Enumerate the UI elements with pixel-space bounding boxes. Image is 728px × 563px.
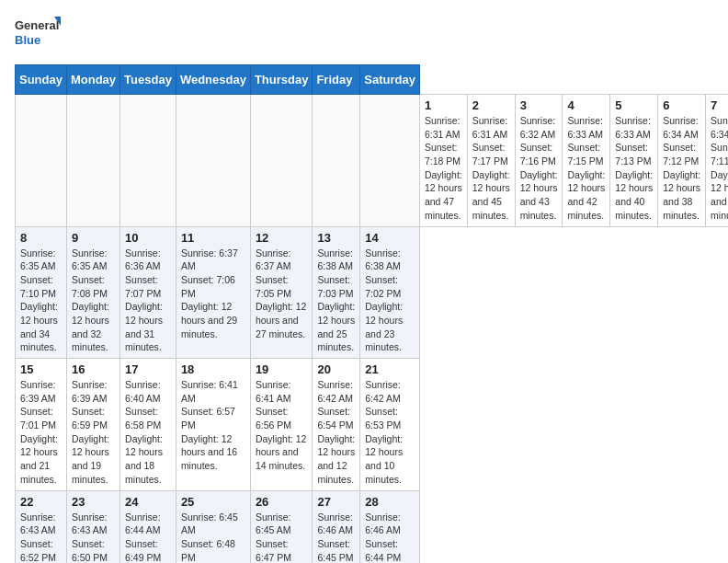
day-detail: Sunrise: 6:42 AMSunset: 6:54 PMDaylight:… (317, 378, 355, 487)
calendar-day-cell (360, 95, 420, 227)
day-number: 7 (711, 98, 728, 112)
logo-svg: General Blue (15, 15, 61, 53)
calendar-day-cell: 17Sunrise: 6:40 AMSunset: 6:58 PMDayligh… (120, 359, 176, 491)
day-detail: Sunrise: 6:41 AMSunset: 6:57 PMDaylight:… (181, 378, 245, 473)
day-detail: Sunrise: 6:43 AMSunset: 6:52 PMDaylight:… (20, 511, 62, 564)
day-number: 26 (256, 495, 308, 509)
day-detail: Sunrise: 6:42 AMSunset: 6:53 PMDaylight:… (365, 378, 415, 487)
weekday-header: Saturday (360, 65, 420, 95)
day-number: 12 (256, 231, 308, 245)
calendar-day-cell: 21Sunrise: 6:42 AMSunset: 6:53 PMDayligh… (360, 359, 420, 491)
weekday-header: Thursday (250, 65, 313, 95)
day-detail: Sunrise: 6:31 AMSunset: 7:18 PMDaylight:… (425, 114, 462, 223)
day-number: 1 (425, 98, 462, 112)
calendar-day-cell: 20Sunrise: 6:42 AMSunset: 6:54 PMDayligh… (313, 359, 360, 491)
day-number: 19 (256, 362, 308, 376)
day-detail: Sunrise: 6:39 AMSunset: 7:01 PMDaylight:… (20, 378, 62, 487)
svg-text:Blue: Blue (15, 33, 40, 47)
day-number: 9 (72, 231, 115, 245)
day-number: 2 (472, 98, 510, 112)
day-detail: Sunrise: 6:37 AMSunset: 7:06 PMDaylight:… (181, 247, 245, 341)
calendar-day-cell: 18Sunrise: 6:41 AMSunset: 6:57 PMDayligh… (176, 359, 250, 491)
calendar-day-cell: 14Sunrise: 6:38 AMSunset: 7:02 PMDayligh… (360, 226, 420, 359)
calendar-day-cell: 26Sunrise: 6:45 AMSunset: 6:47 PMDayligh… (250, 490, 313, 563)
day-number: 13 (317, 231, 355, 245)
calendar-day-cell: 9Sunrise: 6:35 AMSunset: 7:08 PMDaylight… (66, 226, 119, 359)
day-number: 17 (125, 362, 171, 376)
calendar-day-cell (313, 95, 360, 227)
logo: General Blue (15, 15, 61, 53)
calendar-day-cell: 7Sunrise: 6:34 AMSunset: 7:11 PMDaylight… (706, 95, 728, 227)
calendar-day-cell: 23Sunrise: 6:43 AMSunset: 6:50 PMDayligh… (66, 490, 119, 563)
day-number: 27 (317, 495, 355, 509)
day-detail: Sunrise: 6:35 AMSunset: 7:08 PMDaylight:… (72, 247, 115, 355)
day-number: 24 (125, 495, 171, 509)
calendar-day-cell: 10Sunrise: 6:36 AMSunset: 7:07 PMDayligh… (120, 226, 176, 359)
calendar-week-row: 8Sunrise: 6:35 AMSunset: 7:10 PMDaylight… (16, 226, 729, 359)
day-detail: Sunrise: 6:38 AMSunset: 7:03 PMDaylight:… (317, 247, 355, 355)
day-number: 4 (567, 98, 605, 112)
calendar-day-cell: 15Sunrise: 6:39 AMSunset: 7:01 PMDayligh… (16, 359, 67, 491)
calendar-day-cell: 13Sunrise: 6:38 AMSunset: 7:03 PMDayligh… (313, 226, 360, 359)
day-number: 10 (125, 231, 171, 245)
calendar-week-row: 1Sunrise: 6:31 AMSunset: 7:18 PMDaylight… (16, 95, 729, 227)
calendar-day-cell (16, 95, 67, 227)
day-number: 15 (20, 362, 62, 376)
calendar-day-cell (250, 95, 313, 227)
day-detail: Sunrise: 6:34 AMSunset: 7:11 PMDaylight:… (711, 114, 728, 223)
day-detail: Sunrise: 6:36 AMSunset: 7:07 PMDaylight:… (125, 247, 171, 355)
calendar-day-cell: 4Sunrise: 6:33 AMSunset: 7:15 PMDaylight… (563, 95, 610, 227)
day-detail: Sunrise: 6:44 AMSunset: 6:49 PMDaylight:… (125, 511, 171, 564)
calendar-day-cell: 22Sunrise: 6:43 AMSunset: 6:52 PMDayligh… (16, 490, 67, 563)
calendar-day-cell: 19Sunrise: 6:41 AMSunset: 6:56 PMDayligh… (250, 359, 313, 491)
day-number: 8 (20, 231, 62, 245)
calendar-day-cell: 1Sunrise: 6:31 AMSunset: 7:18 PMDaylight… (419, 95, 467, 227)
day-number: 5 (615, 98, 653, 112)
calendar-day-cell (66, 95, 119, 227)
day-number: 28 (365, 495, 415, 509)
day-number: 23 (72, 495, 115, 509)
weekday-header: Friday (313, 65, 360, 95)
calendar-day-cell: 2Sunrise: 6:31 AMSunset: 7:17 PMDaylight… (467, 95, 515, 227)
svg-text:General: General (15, 18, 59, 32)
day-detail: Sunrise: 6:45 AMSunset: 6:48 PMDaylight:… (181, 511, 245, 564)
day-detail: Sunrise: 6:41 AMSunset: 6:56 PMDaylight:… (256, 378, 308, 473)
day-number: 20 (317, 362, 355, 376)
day-detail: Sunrise: 6:38 AMSunset: 7:02 PMDaylight:… (365, 247, 415, 355)
day-detail: Sunrise: 6:40 AMSunset: 6:58 PMDaylight:… (125, 378, 171, 487)
day-detail: Sunrise: 6:33 AMSunset: 7:13 PMDaylight:… (615, 114, 653, 223)
day-number: 11 (181, 231, 245, 245)
day-number: 21 (365, 362, 415, 376)
calendar-week-row: 15Sunrise: 6:39 AMSunset: 7:01 PMDayligh… (16, 359, 729, 491)
day-detail: Sunrise: 6:46 AMSunset: 6:44 PMDaylight:… (365, 511, 415, 564)
day-detail: Sunrise: 6:35 AMSunset: 7:10 PMDaylight:… (20, 247, 62, 355)
weekday-header: Sunday (16, 65, 67, 95)
calendar-day-cell: 25Sunrise: 6:45 AMSunset: 6:48 PMDayligh… (176, 490, 250, 563)
calendar-day-cell (120, 95, 176, 227)
day-detail: Sunrise: 6:33 AMSunset: 7:15 PMDaylight:… (567, 114, 605, 223)
day-detail: Sunrise: 6:39 AMSunset: 6:59 PMDaylight:… (72, 378, 115, 487)
calendar-day-cell: 24Sunrise: 6:44 AMSunset: 6:49 PMDayligh… (120, 490, 176, 563)
weekday-header: Monday (66, 65, 119, 95)
day-number: 3 (520, 98, 558, 112)
calendar-day-cell: 12Sunrise: 6:37 AMSunset: 7:05 PMDayligh… (250, 226, 313, 359)
day-number: 22 (20, 495, 62, 509)
calendar-day-cell: 5Sunrise: 6:33 AMSunset: 7:13 PMDaylight… (610, 95, 658, 227)
weekday-header: Tuesday (120, 65, 176, 95)
calendar-day-cell: 28Sunrise: 6:46 AMSunset: 6:44 PMDayligh… (360, 490, 420, 563)
day-detail: Sunrise: 6:34 AMSunset: 7:12 PMDaylight:… (663, 114, 700, 223)
page-header: General Blue (15, 15, 713, 53)
day-detail: Sunrise: 6:37 AMSunset: 7:05 PMDaylight:… (256, 247, 308, 341)
calendar-week-row: 22Sunrise: 6:43 AMSunset: 6:52 PMDayligh… (16, 490, 729, 563)
calendar-day-cell: 6Sunrise: 6:34 AMSunset: 7:12 PMDaylight… (658, 95, 706, 227)
day-number: 25 (181, 495, 245, 509)
weekday-header: Wednesday (176, 65, 250, 95)
day-detail: Sunrise: 6:32 AMSunset: 7:16 PMDaylight:… (520, 114, 558, 223)
day-detail: Sunrise: 6:31 AMSunset: 7:17 PMDaylight:… (472, 114, 510, 223)
calendar-day-cell: 27Sunrise: 6:46 AMSunset: 6:45 PMDayligh… (313, 490, 360, 563)
day-detail: Sunrise: 6:46 AMSunset: 6:45 PMDaylight:… (317, 511, 355, 564)
day-number: 18 (181, 362, 245, 376)
calendar-table: SundayMondayTuesdayWednesdayThursdayFrid… (15, 64, 728, 563)
calendar-day-cell: 16Sunrise: 6:39 AMSunset: 6:59 PMDayligh… (66, 359, 119, 491)
day-detail: Sunrise: 6:45 AMSunset: 6:47 PMDaylight:… (256, 511, 308, 564)
